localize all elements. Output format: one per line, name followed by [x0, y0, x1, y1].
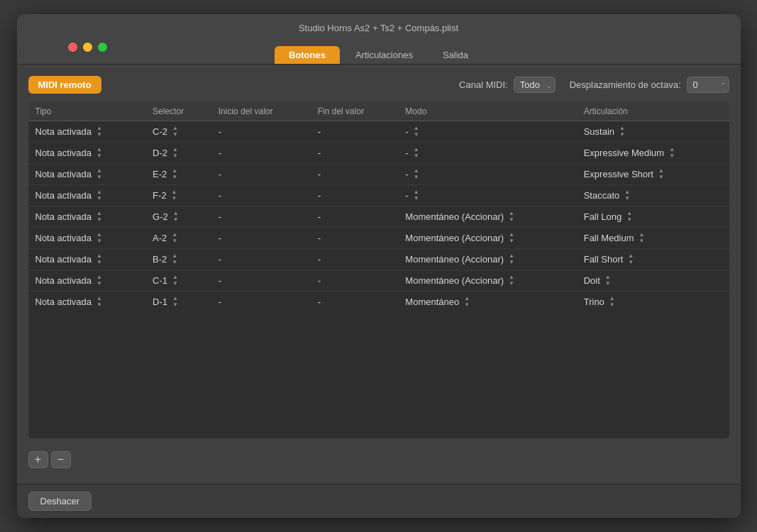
cell-articulacion: Fall Short ▲ ▼	[577, 249, 729, 270]
cell-inicio: -	[211, 143, 311, 164]
stepper-icon: ▲ ▼	[628, 253, 634, 265]
cell-inicio: -	[211, 185, 311, 206]
stepper-icon: ▲ ▼	[609, 296, 615, 308]
table-row[interactable]: Nota activada ▲ ▼ C-2 ▲ ▼ - - -	[28, 121, 729, 143]
cell-fin: -	[311, 143, 399, 164]
desplazamiento-input[interactable]	[687, 77, 729, 93]
tab-salida[interactable]: Salida	[429, 46, 482, 64]
stepper-icon: ▲ ▼	[172, 147, 178, 159]
stepper-icon: ▲ ▼	[414, 189, 419, 201]
cell-modo: - ▲ ▼	[398, 164, 576, 185]
cell-tipo: Nota activada ▲ ▼	[28, 270, 146, 292]
cell-tipo: Nota activada ▲ ▼	[28, 292, 146, 313]
cell-fin: -	[311, 228, 399, 249]
toolbar: MIDI remoto Canal MIDI: Todo 1234 5678 9…	[28, 76, 729, 94]
tab-articulaciones[interactable]: Articulaciones	[341, 46, 427, 64]
tab-botones[interactable]: Botones	[275, 46, 340, 64]
table-row[interactable]: Nota activada ▲ ▼ D-2 ▲ ▼ - - -	[28, 143, 729, 164]
cell-selector: C-2 ▲ ▼	[145, 121, 211, 143]
cell-tipo: Nota activada ▲ ▼	[28, 228, 146, 249]
stepper-icon: ▲ ▼	[172, 232, 177, 244]
stepper-icon: ▲ ▼	[96, 189, 102, 201]
cell-fin: -	[311, 292, 399, 313]
table-body: Nota activada ▲ ▼ C-2 ▲ ▼ - - -	[28, 121, 729, 313]
cell-fin: -	[311, 270, 399, 292]
add-row-button[interactable]: +	[28, 451, 48, 468]
cell-fin: -	[311, 164, 399, 185]
stepper-icon: ▲ ▼	[509, 253, 514, 265]
col-inicio: Inicio del valor	[211, 102, 311, 121]
midi-remote-button[interactable]: MIDI remoto	[28, 76, 101, 94]
stepper-icon: ▲ ▼	[172, 296, 178, 308]
stepper-icon: ▲ ▼	[172, 126, 178, 138]
canal-midi-select[interactable]: Todo 1234 5678 9101112 13141516	[514, 77, 556, 93]
footer: Deshacer	[17, 484, 741, 518]
cell-inicio: -	[211, 292, 311, 313]
cell-inicio: -	[211, 121, 311, 143]
stepper-icon: ▲ ▼	[624, 189, 630, 201]
col-tipo: Tipo	[28, 102, 146, 121]
maximize-button[interactable]	[98, 43, 107, 52]
cell-selector: G-2 ▲ ▼	[145, 206, 211, 228]
stepper-icon: ▲ ▼	[96, 275, 102, 287]
table-row[interactable]: Nota activada ▲ ▼ E-2 ▲ ▼ - - -	[28, 164, 729, 185]
col-fin: Fin del valor	[311, 102, 399, 121]
cell-selector: F-2 ▲ ▼	[145, 185, 211, 206]
remove-row-button[interactable]: −	[51, 451, 71, 468]
close-button[interactable]	[68, 43, 77, 52]
stepper-icon: ▲ ▼	[509, 211, 514, 223]
stepper-icon: ▲ ▼	[173, 211, 179, 223]
desplazamiento-label: Desplazamiento de octava:	[570, 79, 681, 90]
table-container: Tipo Selector Inicio del valor Fin del v…	[28, 102, 729, 438]
table-row[interactable]: Nota activada ▲ ▼ B-2 ▲ ▼ - - Momentáneo…	[28, 249, 729, 270]
titlebar: Studio Horns As2 + Ts2 + Compás.plist Bo…	[17, 14, 741, 65]
table-header: Tipo Selector Inicio del valor Fin del v…	[28, 102, 729, 121]
table-row[interactable]: Nota activada ▲ ▼ C-1 ▲ ▼ - - Momentáneo…	[28, 270, 729, 292]
bottom-bar: + −	[28, 447, 729, 472]
stepper-icon: ▲ ▼	[639, 232, 645, 244]
cell-selector: E-2 ▲ ▼	[145, 164, 211, 185]
cell-articulacion: Expressive Medium ▲ ▼	[577, 143, 729, 164]
main-window: Studio Horns As2 + Ts2 + Compás.plist Bo…	[17, 14, 741, 518]
cell-inicio: -	[211, 249, 311, 270]
cell-inicio: -	[211, 228, 311, 249]
stepper-icon: ▲ ▼	[605, 275, 611, 287]
cell-selector: D-1 ▲ ▼	[145, 292, 211, 313]
cell-articulacion: Fall Medium ▲ ▼	[577, 228, 729, 249]
stepper-icon: ▲ ▼	[619, 126, 625, 138]
stepper-icon: ▲ ▼	[464, 296, 470, 308]
cell-tipo: Nota activada ▲ ▼	[28, 249, 146, 270]
cell-tipo: Nota activada ▲ ▼	[28, 206, 146, 228]
stepper-icon: ▲ ▼	[172, 189, 177, 201]
stepper-icon: ▲ ▼	[414, 126, 419, 138]
stepper-icon: ▲ ▼	[669, 147, 675, 159]
canal-midi-select-wrapper: Todo 1234 5678 9101112 13141516	[514, 77, 556, 93]
cell-inicio: -	[211, 164, 311, 185]
cell-modo: - ▲ ▼	[398, 121, 576, 143]
cell-tipo: Nota activada ▲ ▼	[28, 185, 146, 206]
cell-modo: Momentáneo (Accionar) ▲ ▼	[398, 228, 576, 249]
table-row[interactable]: Nota activada ▲ ▼ G-2 ▲ ▼ - - Momentáneo…	[28, 206, 729, 228]
plus-icon: +	[35, 454, 41, 465]
cell-articulacion: Staccato ▲ ▼	[577, 185, 729, 206]
stepper-icon: ▲ ▼	[509, 275, 514, 287]
cell-articulacion: Trino ▲ ▼	[577, 292, 729, 313]
undo-button[interactable]: Deshacer	[28, 492, 92, 511]
minus-icon: −	[57, 454, 64, 465]
table-row[interactable]: Nota activada ▲ ▼ A-2 ▲ ▼ - - Momentáneo…	[28, 228, 729, 249]
cell-modo: Momentáneo ▲ ▼	[398, 292, 576, 313]
cell-fin: -	[311, 185, 399, 206]
cell-fin: -	[311, 249, 399, 270]
cell-fin: -	[311, 121, 399, 143]
cell-tipo: Nota activada ▲ ▼	[28, 143, 146, 164]
cell-fin: -	[311, 206, 399, 228]
cell-articulacion: Sustain ▲ ▼	[577, 121, 729, 143]
cell-selector: C-1 ▲ ▼	[145, 270, 211, 292]
cell-tipo: Nota activada ▲ ▼	[28, 121, 146, 143]
table-row[interactable]: Nota activada ▲ ▼ D-1 ▲ ▼ - - Momentáneo	[28, 292, 729, 313]
table-row[interactable]: Nota activada ▲ ▼ F-2 ▲ ▼ - - -	[28, 185, 729, 206]
tab-bar: Botones Articulaciones Salida	[275, 46, 482, 64]
stepper-icon: ▲ ▼	[96, 168, 102, 180]
minimize-button[interactable]	[83, 43, 92, 52]
main-table: Tipo Selector Inicio del valor Fin del v…	[28, 102, 729, 312]
